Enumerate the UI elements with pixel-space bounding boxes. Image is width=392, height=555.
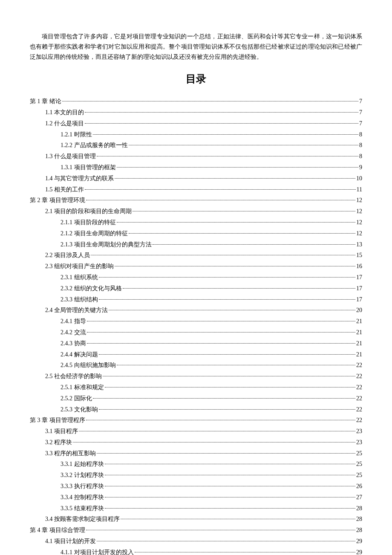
toc-entry[interactable]: 2.4 全局管理的关键方法20 [30,305,362,315]
toc-entry[interactable]: 1.2.1 时限性8 [30,130,362,140]
toc-dots [105,469,356,475]
toc-entry-label: 3.4 按顾客需求制定项目程序 [45,514,120,524]
toc-entry-page: 22 [356,382,362,393]
toc-entry-page: 17 [356,295,362,305]
toc-dots [135,546,356,552]
toc-dots [86,524,356,530]
toc-entry-label: 第 2 章 项目管理环境 [30,195,85,205]
toc-entry-page: 12 [356,217,362,228]
toc-entry-label: 2.1.1 项目阶段的特征 [61,217,116,228]
toc-entry[interactable]: 2.3.1 组织系统17 [30,272,362,283]
toc-entry-label: 2.5.2 国际化 [61,393,92,404]
toc-entry-label: 2.3.1 组织系统 [61,272,98,283]
toc-entry-label: 1.2 什么是项目 [45,119,84,129]
toc-entry-label: 2.4.3 协商 [61,338,86,349]
toc-entry[interactable]: 3.1 项目程序23 [30,426,362,436]
toc-entry-label: 2.4.5 向组织施加影响 [61,360,116,370]
toc-dots [73,436,355,442]
toc-entry-label: 2.1.3 项目生命周期划分的典型方法 [61,240,152,250]
toc-entry[interactable]: 2.3.2 组织的文化与风格17 [30,283,362,294]
intro-paragraph: 项目管理包含了许多内容，它是对项目管理专业知识的一个总结，正如法律、医药和会计等… [30,32,362,62]
toc-entry[interactable]: 第 3 章 项目管理程序22 [30,415,362,425]
toc-dots [99,348,356,355]
toc-entry-label: 2.3.3 组织结构 [61,295,98,305]
toc-entry-page: 13 [356,240,362,250]
toc-entry-page: 22 [356,405,362,415]
toc-entry[interactable]: 3.2 程序块23 [30,437,362,448]
toc-entry[interactable]: 1.3 什么是项目管理8 [30,151,362,162]
toc-entry-page: 8 [359,140,362,150]
toc-entry[interactable]: 1.2 什么是项目7 [30,119,362,129]
toc-entry[interactable]: 2.1.2 项目生命周期的特征12 [30,228,362,239]
toc-entry-label: 3.3.5 结束程序块 [61,503,104,514]
toc-entry[interactable]: 2.4.2 交流21 [30,327,362,338]
toc-entry[interactable]: 4.1.1 对项目计划开发的投入29 [30,547,362,555]
toc-entry[interactable]: 3.3.1 起始程序块25 [30,459,362,469]
toc-dots [99,403,356,410]
toc-entry[interactable]: 3.3.3 执行程序块26 [30,481,362,491]
toc-entry-page: 22 [356,360,362,370]
toc-entry[interactable]: 2.4.5 向组织施加影响22 [30,360,362,370]
toc-entry-label: 2.3 组织对项目产生的影响 [45,261,114,272]
toc-entry-page: 8 [359,130,362,140]
toc-entry-label: 3.3.1 起始程序块 [61,459,104,469]
toc-container: 第 1 章 绪论71.1 本文的目的71.2 什么是项目71.2.1 时限性81… [30,96,362,555]
toc-entry-page: 23 [356,437,362,448]
toc-dots [97,447,355,454]
toc-entry[interactable]: 2.4.4 解决问题21 [30,350,362,360]
toc-entry-page: 25 [356,459,362,469]
toc-dots [85,183,356,190]
toc-entry[interactable]: 4.1 项目计划的开发29 [30,536,362,546]
toc-entry-label: 1.4 与其它管理方式的联系 [45,173,114,184]
toc-entry[interactable]: 1.1 本文的目的7 [30,107,362,118]
toc-entry[interactable]: 第 2 章 项目管理环境12 [30,195,362,205]
toc-entry[interactable]: 1.3.1 项目管理的框架9 [30,162,362,173]
toc-entry[interactable]: 2.1.3 项目生命周期划分的典型方法13 [30,240,362,250]
toc-entry[interactable]: 2.3 组织对项目产生的影响16 [30,261,362,272]
toc-entry-label: 2.4.2 交流 [61,327,86,338]
toc-entry[interactable]: 3.3.4 控制程序块27 [30,492,362,503]
toc-entry[interactable]: 2.4.1 指导21 [30,316,362,327]
toc-entry[interactable]: 3.3.2 计划程序块25 [30,470,362,480]
toc-entry[interactable]: 1.2.2 产品或服务的唯一性8 [30,140,362,150]
toc-entry-label: 4.1.1 对项目计划开发的投入 [61,547,134,555]
toc-dots [121,513,355,519]
toc-entry-page: 25 [356,470,362,480]
toc-dots [117,161,359,168]
toc-entry[interactable]: 2.5 社会经济学的影响22 [30,371,362,382]
toc-entry[interactable]: 2.1.1 项目阶段的特征12 [30,217,362,228]
toc-entry-page: 17 [356,272,362,283]
toc-entry[interactable]: 2.3.3 组织结构17 [30,295,362,305]
toc-entry-label: 3.1 项目程序 [45,426,78,436]
toc-entry-label: 2.1.2 项目生命周期的特征 [61,228,128,239]
toc-entry[interactable]: 3.3 程序的相互影响25 [30,448,362,459]
toc-entry[interactable]: 2.4.3 协商21 [30,338,362,349]
toc-entry[interactable]: 第 4 章 项目综合管理28 [30,525,362,535]
toc-entry[interactable]: 2.5.2 国际化22 [30,393,362,404]
toc-entry[interactable]: 1.4 与其它管理方式的联系10 [30,173,362,184]
toc-entry[interactable]: 第 1 章 绪论7 [30,96,362,107]
toc-dots [97,150,358,156]
toc-entry[interactable]: 2.2 项目涉及人员15 [30,250,362,260]
toc-entry-page: 21 [356,316,362,327]
toc-entry[interactable]: 3.4 按顾客需求制定项目程序28 [30,514,362,524]
toc-entry-page: 8 [359,151,362,162]
toc-dots [85,106,358,113]
toc-dots [105,480,356,486]
toc-entry[interactable]: 2.1 项目的阶段和项目的生命周期12 [30,206,362,217]
toc-entry-page: 21 [356,327,362,338]
toc-entry-page: 17 [356,283,362,294]
toc-entry[interactable]: 3.3.5 结束程序块28 [30,503,362,514]
toc-entry-label: 1.1 本文的目的 [45,107,84,118]
toc-entry-page: 28 [356,503,362,514]
toc-entry[interactable]: 2.5.3 文化影响22 [30,405,362,415]
toc-entry[interactable]: 1.5 相关的工作11 [30,185,362,195]
toc-dots [129,227,356,234]
toc-entry-label: 3.3 程序的相互影响 [45,448,96,459]
toc-entry-label: 第 1 章 绪论 [30,96,61,107]
toc-entry-label: 第 4 章 项目综合管理 [30,525,85,535]
toc-entry-page: 7 [359,119,362,129]
toc-entry[interactable]: 2.5.1 标准和规定22 [30,382,362,393]
toc-dots [62,95,359,101]
toc-dots [115,260,355,266]
